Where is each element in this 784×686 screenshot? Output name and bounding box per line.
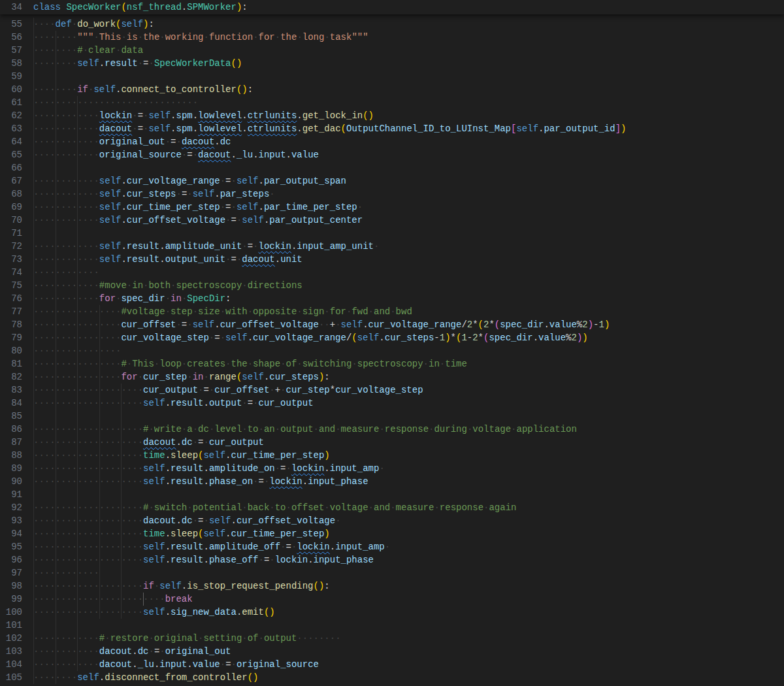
line-number[interactable]: 103	[0, 645, 22, 658]
code-line-content[interactable]: ············#move·in·both·spectroscopy·d…	[22, 279, 784, 292]
line-number[interactable]: 70	[0, 214, 22, 227]
code-line[interactable]: 63············dacout·=·self.spm.lowlevel…	[0, 122, 784, 135]
line-number[interactable]: 59	[0, 70, 22, 83]
code-line[interactable]: 91	[0, 488, 784, 501]
line-number[interactable]: 63	[0, 122, 22, 135]
code-line[interactable]: 100····················self.sig_new_data…	[0, 606, 784, 619]
line-number[interactable]: 74	[0, 266, 22, 279]
code-line-content[interactable]: ················cur_voltage_step·=·self.…	[22, 331, 784, 344]
code-line[interactable]: 71	[0, 227, 784, 240]
line-number[interactable]: 64	[0, 135, 22, 148]
code-line-content[interactable]	[22, 488, 784, 501]
code-line[interactable]: 83····················cur_output·=·cur_o…	[0, 384, 784, 397]
code-line-content[interactable]: ····················#·switch·potential·b…	[22, 501, 784, 514]
line-number[interactable]: 90	[0, 475, 22, 488]
code-line[interactable]: 104············dacout._lu.input.value·=·…	[0, 658, 784, 671]
code-line[interactable]: 64············original_out·=·dacout.dc	[0, 135, 784, 148]
code-line[interactable]: 73············self.result.output_unit·=·…	[0, 253, 784, 266]
code-line[interactable]: 90····················self.result.phase_…	[0, 475, 784, 488]
code-line-content[interactable]: ····················cur_output·=·cur_off…	[22, 384, 784, 397]
code-line[interactable]: 76············for·spec_dir·in·SpecDir:	[0, 292, 784, 305]
code-line[interactable]: 74············	[0, 266, 784, 279]
code-lines-container[interactable]: 55····def·do_work(self):56········"""·Th…	[0, 18, 784, 684]
code-line-content[interactable]: ············dacout.dc·=·original_out	[22, 645, 784, 658]
code-line[interactable]: 56········"""·This·is·the·working·functi…	[0, 31, 784, 44]
code-line-content[interactable]: ········#·clear·data	[22, 44, 784, 57]
code-line-content[interactable]: ················	[22, 344, 784, 357]
code-line[interactable]: 57········#·clear·data	[0, 44, 784, 57]
code-line-content[interactable]: ················for·cur_step·in·range(se…	[22, 370, 784, 384]
line-number[interactable]: 68	[0, 188, 22, 201]
code-line[interactable]: 60········if·self.connect_to_controller(…	[0, 83, 784, 96]
line-number[interactable]: 91	[0, 488, 22, 501]
code-line[interactable]: 85	[0, 410, 784, 423]
code-line-content[interactable]: ············self.cur_time_per_step·=·sel…	[22, 201, 784, 214]
line-number[interactable]: 99	[0, 593, 22, 606]
code-line[interactable]: 66	[0, 161, 784, 174]
line-number[interactable]: 96	[0, 553, 22, 566]
code-line[interactable]: 61······························	[0, 96, 784, 109]
code-line-content[interactable]: ····def·do_work(self):	[22, 18, 784, 31]
code-line-content[interactable]: ················cur_offset·=·self.cur_of…	[22, 318, 784, 331]
code-line[interactable]: 69············self.cur_time_per_step·=·s…	[0, 201, 784, 214]
code-line[interactable]: 99························break	[0, 593, 784, 606]
code-line[interactable]: 67············self.cur_voltage_range·=·s…	[0, 174, 784, 188]
code-line[interactable]: 79················cur_voltage_step·=·sel…	[0, 331, 784, 344]
line-number[interactable]: 77	[0, 305, 22, 318]
code-line-content[interactable]: ····················dacout.dc·=·self.cur…	[22, 514, 784, 527]
code-line[interactable]: 70············self.cur_offset_voltage·=·…	[0, 214, 784, 227]
code-line-content[interactable]: ············	[22, 266, 784, 279]
line-number[interactable]: 85	[0, 410, 22, 423]
code-line[interactable]: 72············self.result.amplitude_unit…	[0, 240, 784, 253]
code-line[interactable]: 88····················time.sleep(self.cu…	[0, 449, 784, 462]
code-line-content[interactable]: ········self.result·=·SpecWorkerData()	[22, 57, 784, 70]
code-line-content[interactable]: ····················self.sig_new_data.em…	[22, 606, 784, 619]
code-line-content[interactable]: ····················self.result.phase_of…	[22, 553, 784, 566]
code-line[interactable]: 101	[0, 619, 784, 632]
code-line-content[interactable]: ············self.cur_steps·=·self.par_st…	[22, 188, 784, 201]
line-number[interactable]: 88	[0, 449, 22, 462]
code-line[interactable]: 87····················dacout.dc·=·cur_ou…	[0, 436, 784, 449]
code-line[interactable]: 103············dacout.dc·=·original_out	[0, 645, 784, 658]
code-line-content[interactable]: ················#voltage·step·size·with·…	[22, 305, 784, 318]
line-number[interactable]: 93	[0, 514, 22, 527]
code-line[interactable]: 81················#·This·loop·creates·th…	[0, 357, 784, 370]
code-line[interactable]: 98····················if·self.is_stop_re…	[0, 580, 784, 593]
line-number[interactable]: 104	[0, 658, 22, 671]
sticky-line-number[interactable]: 34	[0, 0, 22, 14]
code-line-content[interactable]: ····················if·self.is_stop_requ…	[22, 580, 784, 593]
code-line[interactable]: 80················	[0, 344, 784, 357]
code-line-content[interactable]: ····················self.result.amplitud…	[22, 540, 784, 553]
code-line[interactable]: 62············lockin·=·self.spm.lowlevel…	[0, 109, 784, 122]
code-line[interactable]: 78················cur_offset·=·self.cur_…	[0, 318, 784, 331]
line-number[interactable]: 76	[0, 292, 22, 305]
line-number[interactable]: 71	[0, 227, 22, 240]
code-line-content[interactable]: class SpecWorker(nsf_thread.SPMWorker):	[22, 0, 784, 14]
code-line-content[interactable]: ············self.result.output_unit·=·da…	[22, 253, 784, 266]
line-number[interactable]: 84	[0, 397, 22, 410]
code-line[interactable]: 97············	[0, 566, 784, 580]
code-line-content[interactable]: ····················time.sleep(self.cur_…	[22, 527, 784, 540]
code-line-content[interactable]: ········self.disconnect_from_controller(…	[22, 671, 784, 684]
code-line-content[interactable]: ····················self.result.amplitud…	[22, 462, 784, 475]
code-line-content[interactable]: ························break	[22, 593, 784, 606]
code-line-content[interactable]	[22, 70, 784, 83]
code-line[interactable]: 92····················#·switch·potential…	[0, 501, 784, 514]
line-number[interactable]: 62	[0, 109, 22, 122]
line-number[interactable]: 57	[0, 44, 22, 57]
code-line-content[interactable]: ············	[22, 566, 784, 580]
line-number[interactable]: 65	[0, 148, 22, 161]
code-line-content[interactable]	[22, 410, 784, 423]
code-line-content[interactable]: ········"""·This·is·the·working·function…	[22, 31, 784, 44]
sticky-scroll-header[interactable]: 34class SpecWorker(nsf_thread.SPMWorker)…	[0, 0, 784, 14]
line-number[interactable]: 69	[0, 201, 22, 214]
line-number[interactable]: 66	[0, 161, 22, 174]
code-line-content[interactable]: ····················self.result.output·=…	[22, 397, 784, 410]
line-number[interactable]: 105	[0, 671, 22, 684]
line-number[interactable]: 56	[0, 31, 22, 44]
line-number[interactable]: 58	[0, 57, 22, 70]
line-number[interactable]: 67	[0, 174, 22, 188]
code-line[interactable]: 94····················time.sleep(self.cu…	[0, 527, 784, 540]
code-line[interactable]: 65············original_source·=·dacout._…	[0, 148, 784, 161]
code-line-content[interactable]: ············original_out·=·dacout.dc	[22, 135, 784, 148]
